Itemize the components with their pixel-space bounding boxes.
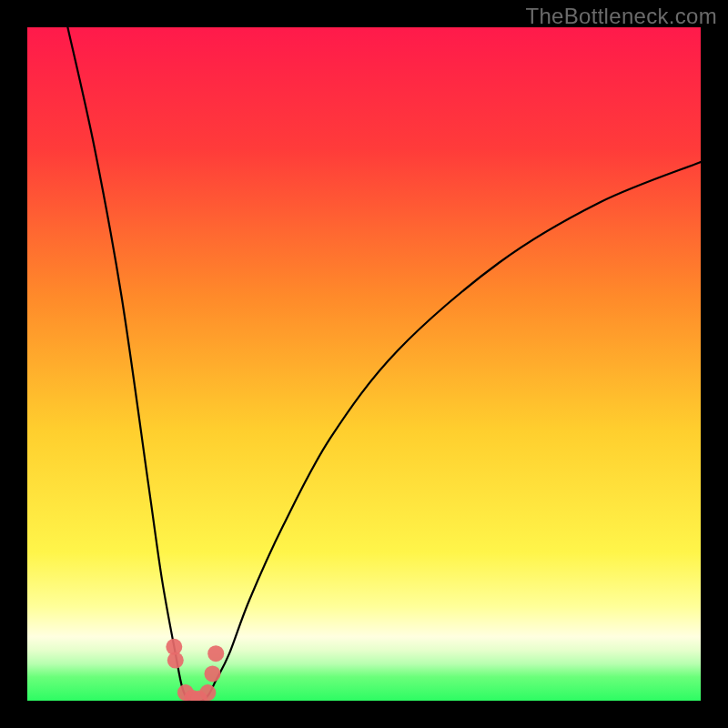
marker-dot (199, 684, 216, 701)
outer-frame: TheBottleneck.com (0, 0, 728, 728)
watermark-text: TheBottleneck.com (525, 4, 717, 29)
marker-dot (205, 665, 221, 682)
gradient-background (27, 27, 701, 701)
marker-dot (167, 652, 184, 669)
chart-plot-area (27, 27, 701, 701)
marker-dot (207, 645, 224, 662)
chart-svg (27, 27, 701, 701)
